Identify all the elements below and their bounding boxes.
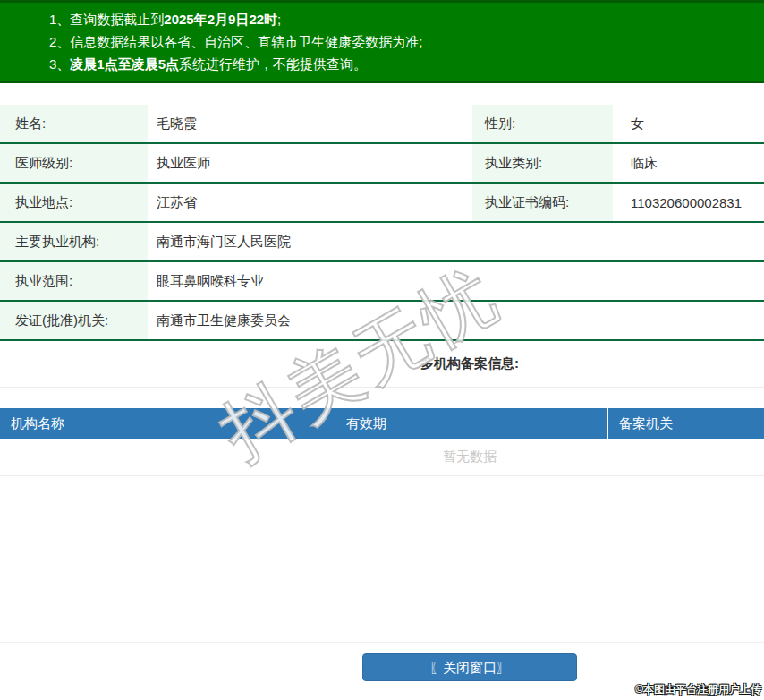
- field-label-gender: 性别:: [472, 105, 613, 142]
- table-row: 姓名: 毛晓霞 性别: 女: [0, 105, 764, 144]
- close-window-button[interactable]: 〖关闭窗口〗: [362, 653, 577, 681]
- notice-text: 查询数据截止到: [70, 12, 164, 27]
- field-value-gender: 女: [613, 105, 764, 142]
- notice-number: 2、: [49, 34, 70, 49]
- notice-line-2: 2、信息数据结果以各省、自治区、直辖市卫生健康委数据为准;: [49, 30, 764, 53]
- field-label-practice-category: 执业类别:: [472, 144, 613, 182]
- notice-text: ;: [277, 12, 281, 27]
- notice-number: 3、: [49, 56, 70, 72]
- table-row: 医师级别: 执业医师 执业类别: 临床: [0, 144, 764, 184]
- notice-text: 系统进行维护，不能提供查询。: [179, 56, 367, 72]
- field-label-practice-scope: 执业范围:: [0, 262, 148, 300]
- field-label-doctor-level: 医师级别:: [0, 144, 148, 182]
- notice-line-1: 1、查询数据截止到2025年2月9日22时;: [49, 8, 764, 30]
- column-header-validity-period: 有效期: [335, 408, 608, 439]
- practitioner-info-table: 姓名: 毛晓霞 性别: 女 医师级别: 执业医师 执业类别: 临床 执业地点: …: [0, 105, 764, 341]
- table-row: 执业范围: 眼耳鼻咽喉科专业: [0, 262, 764, 302]
- field-label-issuing-authority: 发证(批准)机关:: [0, 302, 148, 339]
- field-value-issuing-authority: 南通市卫生健康委员会: [148, 302, 764, 339]
- notice-text: 信息数据结果以各省、自治区、直辖市卫生健康委数据为准;: [70, 34, 422, 49]
- section-title-multi-institution: 多机构备案信息:: [0, 341, 764, 388]
- notice-number: 1、: [49, 12, 70, 27]
- notice-text-bold: 2025年2月9日22时: [164, 12, 277, 27]
- field-value-certificate-number: 110320600002831: [613, 184, 764, 221]
- page-content: 1、查询数据截止到2025年2月9日22时; 2、信息数据结果以各省、自治区、直…: [0, 0, 764, 681]
- field-value-practice-location: 江苏省: [148, 184, 472, 221]
- field-value-name: 毛晓霞: [148, 105, 472, 142]
- table-row: 执业地点: 江苏省 执业证书编码: 110320600002831: [0, 184, 764, 223]
- column-header-institution-name: 机构名称: [0, 408, 335, 439]
- field-value-practice-scope: 眼耳鼻咽喉科专业: [148, 262, 764, 300]
- table-row: 发证(批准)机关: 南通市卫生健康委员会: [0, 302, 764, 341]
- field-label-practice-location: 执业地点:: [0, 184, 148, 221]
- field-value-practice-category: 临床: [613, 144, 764, 182]
- field-label-certificate-number: 执业证书编码:: [472, 184, 613, 221]
- empty-state-text: 暂无数据: [0, 439, 764, 476]
- copyright-stamp: ©本图由平台注册用户上传: [635, 682, 761, 697]
- table-row: 主要执业机构: 南通市海门区人民医院: [0, 223, 764, 262]
- field-value-main-institution: 南通市海门区人民医院: [148, 223, 764, 260]
- field-label-main-institution: 主要执业机构:: [0, 223, 148, 260]
- button-row: 〖关闭窗口〗: [0, 643, 764, 681]
- bottom-spacer: [0, 476, 764, 643]
- notice-line-3: 3、凌晨1点至凌晨5点系统进行维护，不能提供查询。: [49, 53, 764, 75]
- field-label-name: 姓名:: [0, 105, 148, 142]
- notice-text-bold: 凌晨1点至凌晨5点: [70, 56, 179, 72]
- column-header-filing-authority: 备案机关: [608, 408, 764, 439]
- backup-table-header: 机构名称 有效期 备案机关: [0, 408, 764, 439]
- notice-bar: 1、查询数据截止到2025年2月9日22时; 2、信息数据结果以各省、自治区、直…: [0, 0, 764, 83]
- field-value-doctor-level: 执业医师: [148, 144, 472, 182]
